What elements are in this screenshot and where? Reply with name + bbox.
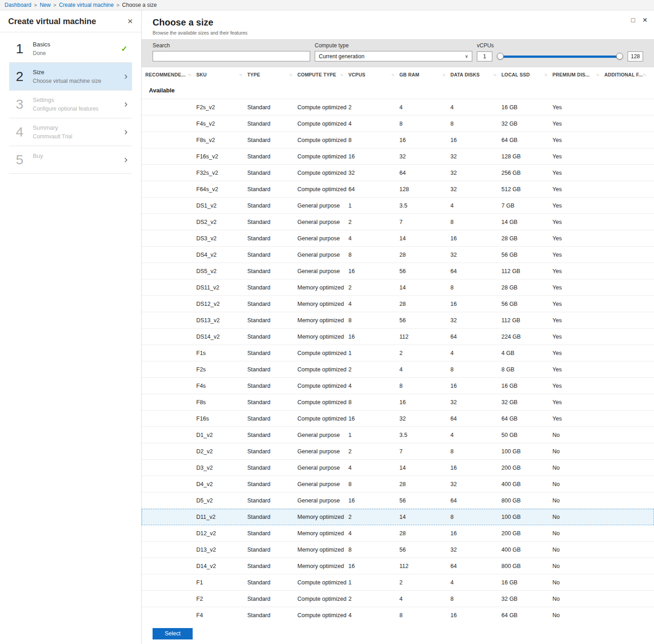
cell-premium-disk: Yes (552, 301, 604, 307)
blade-window-controls: □ ✕ (631, 17, 648, 23)
chevron-right-icon: › (124, 71, 128, 81)
column-header[interactable]: COMPUTE TYPE ↑↓ (297, 72, 348, 77)
cell-type: Standard (247, 547, 297, 553)
size-row[interactable]: DS3_v2 Standard General purpose 4 14 16 … (142, 230, 654, 247)
column-header[interactable]: SKU ↑↓ (196, 72, 247, 77)
cell-premium-disk: Yes (552, 350, 604, 356)
cell-sku: F1s (196, 350, 247, 356)
size-row[interactable]: DS12_v2 Standard Memory optimized 4 28 1… (142, 296, 654, 312)
size-row[interactable]: DS11_v2 Standard Memory optimized 2 14 8… (142, 279, 654, 296)
column-header[interactable]: TYPE ↑↓ (247, 72, 297, 77)
cell-vcpus: 8 (348, 317, 399, 324)
slider-handle-min[interactable] (497, 53, 504, 60)
size-row[interactable]: DS5_v2 Standard General purpose 16 56 64… (142, 263, 654, 279)
size-row[interactable]: DS14_v2 Standard Memory optimized 16 112… (142, 329, 654, 345)
breadcrumb-link[interactable]: Choose a size (122, 2, 157, 8)
size-row[interactable]: DS2_v2 Standard General purpose 2 7 8 14… (142, 214, 654, 230)
cell-gb-ram: 3.5 (399, 432, 450, 438)
step-subtitle: Configure optional features (33, 106, 117, 112)
step-texts: Summary Commvault Trial (33, 124, 117, 140)
cell-data-disks: 8 (450, 514, 501, 520)
search-input[interactable] (153, 51, 310, 61)
select-button[interactable]: Select (153, 628, 193, 639)
size-row[interactable]: D1_v2 Standard General purpose 1 3.5 4 5… (142, 427, 654, 443)
size-row[interactable]: D3_v2 Standard General purpose 4 14 16 2… (142, 460, 654, 476)
breadcrumb-link[interactable]: New (40, 2, 51, 8)
step-title: Summary (33, 124, 117, 131)
column-header[interactable]: ADDITIONAL F... ↑↓ (604, 72, 646, 77)
size-row[interactable]: F4s Standard Compute optimized 4 8 16 16… (142, 378, 654, 394)
close-icon[interactable]: ✕ (126, 17, 134, 25)
column-header[interactable]: RECOMMENDE... ↑↓ (145, 72, 196, 77)
cell-data-disks: 4 (450, 579, 501, 586)
size-row[interactable]: DS4_v2 Standard General purpose 8 28 32 … (142, 247, 654, 263)
size-row[interactable]: D2_v2 Standard General purpose 2 7 8 100… (142, 443, 654, 460)
wizard-step[interactable]: 2 Size Choose virtual machine size ✓ › (9, 63, 132, 91)
size-row[interactable]: DS13_v2 Standard Memory optimized 8 56 3… (142, 312, 654, 329)
size-table-scroll-area[interactable]: Available F2s_v2 Standard Compute optimi… (142, 81, 654, 623)
column-header[interactable]: GB RAM ↑↓ (399, 72, 450, 77)
wizard-step[interactable]: 1 Basics Done ✓ › (9, 35, 132, 63)
cell-sku: D11_v2 (196, 514, 247, 520)
cell-compute-type: Memory optimized (297, 317, 348, 324)
cell-local-ssd: 32 GB (501, 121, 552, 127)
cell-type: Standard (247, 186, 297, 193)
size-row[interactable]: F16s Standard Compute optimized 16 32 64… (142, 411, 654, 427)
compute-type-select[interactable]: Current generation ∨ (315, 51, 472, 61)
size-row[interactable]: D13_v2 Standard Memory optimized 8 56 32… (142, 542, 654, 558)
size-row[interactable]: F1 Standard Compute optimized 1 2 4 16 G… (142, 574, 654, 591)
cell-data-disks: 4 (450, 104, 501, 111)
wizard-step[interactable]: 5 Buy ✓ › (9, 146, 132, 174)
cell-data-disks: 8 (450, 284, 501, 291)
close-icon[interactable]: ✕ (642, 17, 648, 23)
size-row[interactable]: F1s Standard Compute optimized 1 2 4 4 G… (142, 345, 654, 361)
cell-premium-disk: No (552, 514, 604, 520)
cell-type: Standard (247, 432, 297, 438)
vcpus-max-input[interactable]: 128 (628, 51, 643, 61)
size-row[interactable]: F2s_v2 Standard Compute optimized 2 4 4 … (142, 99, 654, 116)
cell-gb-ram: 4 (399, 596, 450, 602)
sort-icon: ↑↓ (289, 73, 294, 77)
size-row[interactable]: F2s Standard Compute optimized 2 4 8 8 G… (142, 361, 654, 378)
step-texts: Buy (33, 152, 117, 167)
vcpus-slider[interactable] (497, 53, 623, 60)
size-row[interactable]: D14_v2 Standard Memory optimized 16 112 … (142, 558, 654, 574)
size-row[interactable]: F2 Standard Compute optimized 2 4 8 32 G… (142, 591, 654, 607)
cell-type: Standard (247, 219, 297, 225)
wizard-step[interactable]: 3 Settings Configure optional features ✓… (9, 91, 132, 118)
cell-premium-disk: No (552, 432, 604, 438)
vcpus-min-input[interactable]: 1 (477, 51, 492, 61)
size-row[interactable]: F8s Standard Compute optimized 8 16 32 3… (142, 394, 654, 411)
column-header[interactable]: DATA DISKS ↑↓ (450, 72, 501, 77)
size-row[interactable]: F4s_v2 Standard Compute optimized 4 8 8 … (142, 116, 654, 132)
cell-type: Standard (247, 383, 297, 389)
breadcrumb-link[interactable]: Dashboard (5, 2, 31, 8)
cell-type: Standard (247, 579, 297, 586)
size-row[interactable]: F8s_v2 Standard Compute optimized 8 16 1… (142, 132, 654, 148)
cell-gb-ram: 3.5 (399, 203, 450, 209)
size-row[interactable]: F64s_v2 Standard Compute optimized 64 12… (142, 181, 654, 198)
size-row[interactable]: D11_v2 Standard Memory optimized 2 14 8 … (142, 509, 654, 525)
size-row[interactable]: D12_v2 Standard Memory optimized 4 28 16… (142, 525, 654, 542)
size-row[interactable]: F16s_v2 Standard Compute optimized 16 32… (142, 148, 654, 165)
cell-vcpus: 16 (348, 563, 399, 569)
size-row[interactable]: D4_v2 Standard General purpose 8 28 32 4… (142, 476, 654, 492)
wizard-step[interactable]: 4 Summary Commvault Trial ✓ › (9, 118, 132, 146)
size-row[interactable]: F32s_v2 Standard Compute optimized 32 64… (142, 165, 654, 181)
column-header[interactable]: VCPUS ↑↓ (348, 72, 399, 77)
cell-sku: F32s_v2 (196, 170, 247, 176)
column-header[interactable]: LOCAL SSD ↑↓ (501, 72, 552, 77)
size-row[interactable]: D5_v2 Standard General purpose 16 56 64 … (142, 492, 654, 509)
chevron-right-icon: › (124, 99, 128, 109)
size-row[interactable]: DS1_v2 Standard General purpose 1 3.5 4 … (142, 198, 654, 214)
column-header[interactable]: PREMIUM DIS... ↑↓ (552, 72, 604, 77)
cell-vcpus: 2 (348, 596, 399, 602)
breadcrumb-link[interactable]: Create virtual machine (59, 2, 114, 8)
cell-local-ssd: 64 GB (501, 416, 552, 422)
maximize-icon[interactable]: □ (631, 17, 635, 23)
size-row[interactable]: F4 Standard Compute optimized 4 8 16 64 … (142, 607, 654, 623)
column-header-label: VCPUS (348, 72, 365, 77)
cell-type: Standard (247, 497, 297, 504)
cell-local-ssd: 112 GB (501, 317, 552, 324)
slider-handle-max[interactable] (616, 53, 623, 60)
